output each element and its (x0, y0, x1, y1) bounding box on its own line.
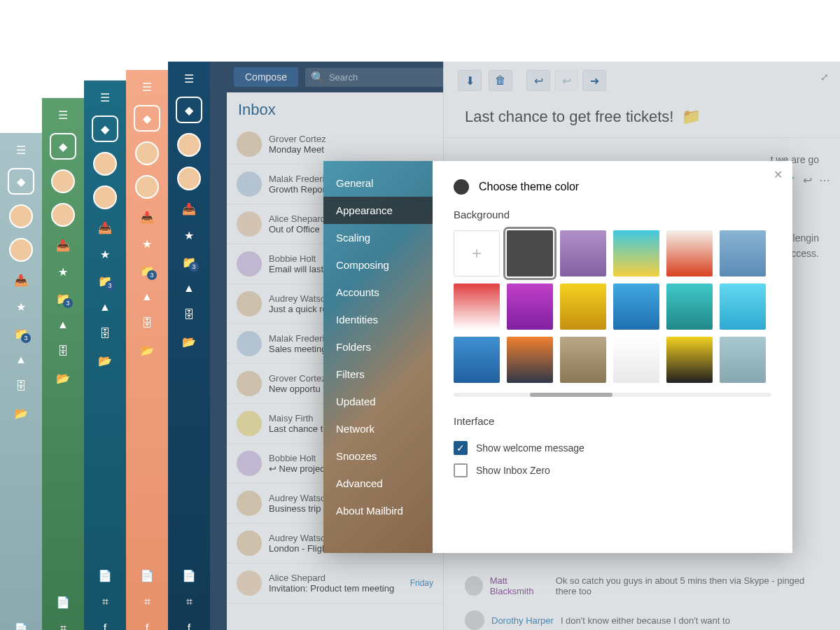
avatar (237, 172, 262, 197)
avatar (237, 411, 262, 436)
reply-all-button[interactable]: ↩ (554, 70, 578, 91)
inbox-icon: 📥 (139, 209, 155, 225)
checkbox[interactable] (454, 463, 468, 477)
background-scrollbar[interactable] (454, 393, 771, 397)
account-icon: ◆ (8, 168, 34, 195)
mail-item[interactable]: Grover Cortez Monday Meet (227, 125, 443, 164)
settings-nav-about-mailbird[interactable]: About Mailbird (323, 497, 433, 524)
search-input[interactable] (329, 72, 447, 83)
settings-nav-scaling[interactable]: Scaling (323, 224, 433, 251)
settings-nav-general[interactable]: General (323, 169, 433, 197)
background-tile[interactable] (560, 230, 606, 276)
mail-date: Friday (410, 578, 433, 588)
document-icon: 📄 (139, 567, 155, 584)
avatar (237, 491, 262, 516)
checkbox-row[interactable]: Show Inbox Zero (454, 459, 771, 482)
background-tile[interactable] (454, 337, 500, 383)
avatar (237, 291, 262, 316)
move-to-folder-icon[interactable]: 📁 (682, 108, 701, 126)
checkbox[interactable]: ✓ (454, 441, 468, 455)
settings-nav-snoozes[interactable]: Snoozes (323, 442, 433, 470)
background-tile[interactable] (613, 284, 659, 330)
more-icon[interactable]: ⋯ (819, 174, 830, 187)
settings-nav-accounts[interactable]: Accounts (323, 279, 433, 306)
background-tile[interactable] (666, 230, 713, 276)
background-tile[interactable] (560, 337, 606, 383)
message-subject: Last chance to get free tickets! 📁 (444, 99, 840, 138)
background-tile[interactable] (507, 284, 553, 330)
compose-button[interactable]: Compose (234, 67, 298, 87)
account-icon: ◆ (50, 133, 76, 160)
background-tile[interactable] (720, 284, 766, 330)
folder-icon: 📁3 (97, 272, 113, 289)
reply-preview: I don't know either because I don't want… (561, 615, 730, 626)
archive-icon: 🗄 (97, 326, 113, 342)
background-tile[interactable] (720, 230, 766, 276)
avatar (237, 570, 262, 596)
send-icon: ▲ (13, 351, 29, 368)
reply-icon[interactable]: ↩ (803, 174, 812, 187)
settings-nav-filters[interactable]: Filters (323, 360, 433, 388)
facebook-icon: f (181, 620, 197, 630)
background-tile[interactable] (666, 284, 713, 330)
reply-item[interactable]: Matt Blacksmith Ok so catch you guys in … (444, 568, 840, 603)
background-tile[interactable] (507, 230, 553, 276)
folder-title: Inbox (227, 92, 443, 125)
menu-icon: ☰ (181, 70, 197, 87)
avatar (51, 203, 75, 227)
settings-nav-advanced[interactable]: Advanced (323, 470, 433, 497)
background-tile[interactable] (454, 284, 500, 330)
reply-preview: Ok so catch you guys in about 5 mins the… (556, 575, 819, 596)
star-icon: ★ (55, 263, 71, 280)
reply-button[interactable]: ↩ (526, 70, 550, 91)
background-tile[interactable] (613, 230, 659, 276)
archive-icon: 🗄 (181, 307, 197, 323)
mail-item[interactable]: Alice Shepard Invitation: Product tem me… (227, 564, 443, 603)
expand-icon[interactable]: ⤢ (820, 71, 829, 83)
background-tile[interactable] (560, 284, 606, 330)
settings-nav-network[interactable]: Network (323, 415, 433, 442)
delete-button[interactable]: 🗑 (489, 70, 512, 91)
close-button[interactable]: ✕ (774, 168, 783, 181)
menu-icon: ☰ (13, 141, 29, 158)
background-tile[interactable] (613, 337, 659, 383)
background-tile[interactable] (507, 337, 553, 383)
open-folder-icon: 📂 (139, 342, 155, 358)
menu-icon: ☰ (139, 78, 155, 95)
account-icon: ◆ (134, 105, 160, 132)
avatar (51, 169, 75, 193)
archive-button[interactable]: ⬇ (458, 70, 482, 91)
background-grid: + (454, 230, 771, 383)
mail-sender: Grover Cortez (269, 134, 433, 144)
settings-nav-updated[interactable]: Updated (323, 388, 433, 415)
settings-nav-identities[interactable]: Identities (323, 306, 433, 333)
settings-nav-appearance[interactable]: Appearance (323, 197, 433, 224)
account-icon: ◆ (92, 115, 118, 142)
avatar (93, 186, 117, 209)
theme-color-row[interactable]: Choose theme color (454, 179, 771, 195)
send-icon: ▲ (181, 280, 197, 297)
settings-nav-folders[interactable]: Folders (323, 333, 433, 360)
menu-icon: ☰ (55, 106, 71, 123)
message-toolbar: ⬇ 🗑 ↩ ↩ ➜ (444, 62, 840, 99)
add-background-tile[interactable]: + (454, 230, 500, 276)
background-label: Background (454, 209, 771, 220)
avatar (9, 238, 33, 262)
checkbox-row[interactable]: ✓ Show welcome message (454, 437, 771, 459)
theme-color-swatch[interactable] (454, 179, 469, 195)
inbox-icon: 📥 (97, 219, 113, 236)
reply-item[interactable]: Dorothy Harper I don't know either becau… (444, 603, 840, 630)
open-folder-icon: 📂 (97, 352, 113, 369)
background-tile[interactable] (720, 337, 766, 383)
avatar (237, 451, 262, 476)
theme-preview-4: ☰ ◆ 📥 ★ 📁3 ▲ 🗄 📂 📄 ⌗ f (126, 70, 168, 630)
mail-subject: Invitation: Product tem meeting (269, 583, 403, 594)
avatar (237, 132, 262, 157)
theme-preview-3: ☰ ◆ 📥 ★ 📁3 ▲ 🗄 📂 📄 ⌗ f (84, 80, 126, 630)
theme-preview-2: ☰ ◆ 📥 ★ 📁3 ▲ 🗄 📂 📄 ⌗ (42, 98, 84, 630)
settings-nav-composing[interactable]: Composing (323, 251, 433, 279)
search-field[interactable]: 🔍 ⇅ (305, 68, 465, 87)
list-header: Compose 🔍 ⇅ (227, 62, 443, 92)
background-tile[interactable] (666, 337, 713, 383)
forward-button[interactable]: ➜ (582, 70, 606, 91)
